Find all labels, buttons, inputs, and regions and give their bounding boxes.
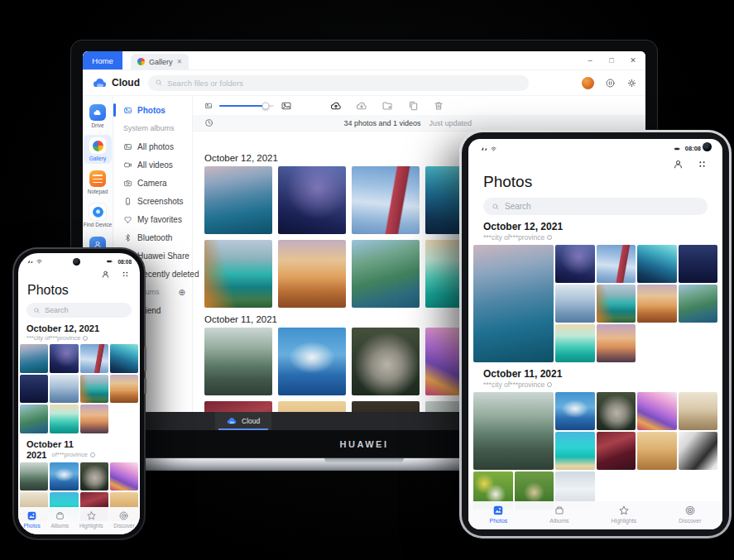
photo-thumbnail[interactable] [278, 328, 346, 395]
sidebar-item-my-favorites[interactable]: My favorites [113, 210, 192, 228]
thumbnail-large-icon[interactable] [281, 100, 292, 112]
photo-thumbnail[interactable] [555, 392, 595, 430]
photo-thumbnail[interactable] [50, 462, 78, 491]
photo-thumbnail[interactable] [80, 462, 108, 491]
photo-list[interactable]: October 12, 2021***city of***provinceOct… [468, 221, 722, 510]
clock-icon[interactable] [204, 118, 213, 127]
photo-thumbnail[interactable] [20, 462, 48, 491]
avatar[interactable] [582, 77, 594, 89]
gear-icon[interactable] [626, 78, 637, 89]
photo-thumbnail[interactable] [50, 375, 78, 404]
account-icon[interactable] [101, 270, 110, 279]
phone-nav-item-highlights[interactable]: Highlights [79, 510, 103, 529]
photo-thumbnail[interactable] [555, 285, 595, 323]
rail-item-notepad[interactable]: Notepad [84, 168, 112, 197]
tablet-nav-item-albums[interactable]: Albums [549, 505, 568, 524]
photo-thumbnail[interactable] [204, 401, 272, 412]
trash-icon[interactable] [433, 100, 444, 112]
photo-thumbnail[interactable] [80, 344, 108, 373]
photo-thumbnail[interactable] [204, 166, 272, 234]
tablet-nav-item-highlights[interactable]: Highlights [612, 505, 637, 524]
tab-close-icon[interactable]: ✕ [177, 58, 183, 65]
photo-thumbnail[interactable] [352, 240, 420, 308]
phone-nav-item-photos[interactable]: Photos [23, 510, 40, 529]
account-icon[interactable] [673, 159, 684, 170]
rail-item-gallery[interactable]: Gallery [84, 135, 112, 164]
rail-item-drive[interactable]: Drive [84, 102, 112, 131]
photo-thumbnail[interactable] [679, 392, 718, 430]
thumbnail-small-icon[interactable] [204, 102, 213, 110]
download-icon[interactable] [356, 100, 367, 112]
slider-knob[interactable] [262, 102, 270, 109]
photo-thumbnail[interactable] [473, 245, 554, 362]
photo-thumbnail[interactable] [597, 392, 636, 430]
phone-nav-item-albums[interactable]: Albums [50, 510, 69, 529]
photo-thumbnail[interactable] [597, 285, 636, 323]
tab-home[interactable]: Home [83, 51, 122, 69]
tablet-nav-item-discover[interactable]: Discover [679, 505, 701, 524]
add-album-button[interactable]: ⊕ [179, 288, 185, 297]
search-bar[interactable]: Search [483, 198, 708, 215]
more-options-icon[interactable] [697, 159, 708, 170]
photo-thumbnail[interactable] [679, 432, 718, 470]
search-bar[interactable] [148, 75, 529, 91]
photo-thumbnail[interactable] [352, 401, 420, 412]
sidebar-item-all-videos[interactable]: All videos [113, 156, 192, 174]
status-right: 08:08 [673, 145, 701, 152]
photo-thumbnail[interactable] [555, 324, 595, 362]
photo-thumbnail[interactable] [50, 404, 78, 433]
upload-icon[interactable] [330, 100, 342, 112]
search-bar[interactable]: Search [26, 303, 132, 318]
sidebar-item-screenshots[interactable]: Screenshots [113, 192, 192, 210]
rail-item-find-device[interactable]: Find Device [84, 201, 112, 230]
photo-thumbnail[interactable] [637, 432, 677, 470]
photo-thumbnail[interactable] [597, 432, 636, 470]
photo-thumbnail[interactable] [637, 245, 677, 283]
photo-thumbnail[interactable] [679, 285, 718, 323]
photo-thumbnail[interactable] [473, 392, 554, 470]
photo-thumbnail[interactable] [352, 328, 420, 395]
photo-thumbnail[interactable] [110, 375, 138, 404]
photo-thumbnail[interactable] [637, 285, 677, 323]
cloud-logo-icon [93, 76, 107, 90]
photo-thumbnail[interactable] [20, 375, 48, 404]
tab-gallery[interactable]: Gallery ✕ [131, 54, 189, 69]
photo-thumbnail[interactable] [679, 245, 718, 283]
photo-thumbnail[interactable] [597, 245, 636, 283]
taskbar-cloud-app[interactable]: Cloud [215, 412, 271, 430]
photo-thumbnail[interactable] [278, 240, 346, 308]
new-folder-icon[interactable] [381, 100, 393, 112]
photo-list[interactable]: October 12, 2021***city of***provinceOct… [18, 323, 140, 521]
sidebar-item-photos[interactable]: Photos [113, 101, 192, 119]
photo-thumbnail[interactable] [555, 245, 595, 283]
photo-thumbnail[interactable] [597, 324, 636, 362]
photo-thumbnail[interactable] [110, 462, 138, 491]
tablet-nav-item-photos[interactable]: Photos [489, 505, 507, 524]
transfer-list-icon[interactable] [605, 78, 616, 89]
photo-thumbnail[interactable] [50, 344, 78, 373]
photo-thumbnail[interactable] [80, 375, 108, 404]
photo-thumbnail[interactable] [637, 392, 677, 430]
thumbnail-size-slider[interactable] [219, 105, 274, 107]
photo-thumbnail[interactable] [80, 404, 108, 433]
photo-thumbnail[interactable] [204, 328, 272, 395]
sidebar-item-all-photos[interactable]: All photos [113, 137, 192, 156]
photo-thumbnail[interactable] [278, 166, 346, 234]
photo-thumbnail[interactable] [20, 404, 48, 433]
more-options-icon[interactable] [121, 270, 130, 279]
photo-thumbnail[interactable] [352, 166, 420, 234]
photo-thumbnail[interactable] [204, 240, 272, 308]
gallery-tab-icon [137, 58, 145, 65]
maximize-button[interactable]: □ [601, 51, 622, 70]
photo-thumbnail[interactable] [555, 432, 595, 470]
copy-icon[interactable] [407, 100, 419, 112]
search-input[interactable] [167, 79, 522, 88]
sidebar-item-camera[interactable]: Camera [113, 174, 192, 192]
sidebar-item-bluetooth[interactable]: Bluetooth [113, 228, 192, 246]
photo-thumbnail[interactable] [20, 344, 48, 373]
phone-nav-item-discover[interactable]: Discover [113, 510, 134, 529]
photo-thumbnail[interactable] [110, 344, 138, 373]
close-button[interactable]: ✕ [622, 51, 644, 70]
minimize-button[interactable]: – [579, 51, 601, 70]
photo-thumbnail[interactable] [278, 401, 346, 412]
